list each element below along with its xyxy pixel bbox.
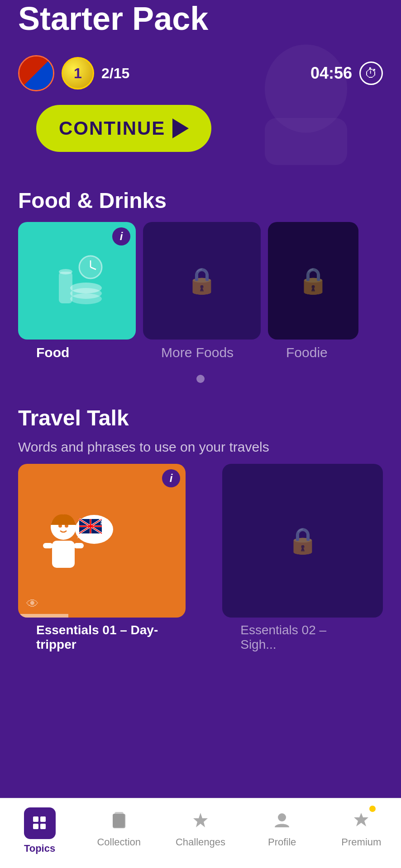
header-left: 1 2/15 — [18, 55, 129, 91]
travel-section-subtitle: Words and phrases to use on your travels — [0, 439, 401, 464]
nav-item-challenges[interactable]: Challenges — [176, 807, 225, 848]
travel-illustration: ? — [27, 500, 118, 599]
svg-rect-29 — [33, 816, 38, 822]
travel-cards-row: i — [0, 464, 401, 657]
essentials-01-card[interactable]: i — [18, 464, 215, 657]
foodie-card[interactable]: 🔒 Foodie — [268, 222, 358, 366]
more-foods-lock-icon: 🔒 — [186, 266, 218, 296]
more-foods-card[interactable]: 🔒 More Foods — [143, 222, 261, 366]
svg-marker-36 — [193, 813, 208, 827]
svg-point-37 — [278, 813, 286, 821]
profile-icon — [269, 807, 295, 833]
essentials-01-label: Essentials 01 – Day-tripper — [18, 618, 215, 657]
svg-point-7 — [59, 269, 72, 274]
bottom-nav: Topics Collection Challenges Pro — [0, 798, 401, 868]
avatar[interactable] — [18, 55, 54, 91]
header: 1 2/15 04:56 ⏱ — [0, 42, 401, 100]
food-section-title: Food & Drinks — [0, 175, 401, 222]
page-title: Starter Pack — [0, 0, 401, 37]
travel-section-title: Travel Talk — [0, 392, 401, 439]
topics-icon — [24, 807, 56, 839]
essentials-02-card[interactable]: 🔒 Essentials 02 – Sigh... — [222, 464, 383, 657]
nav-item-profile[interactable]: Profile — [259, 807, 305, 848]
food-drinks-section: Food & Drinks i — [0, 175, 401, 392]
essentials-01-progress — [18, 614, 68, 618]
svg-rect-16 — [74, 543, 84, 548]
svg-rect-32 — [40, 824, 46, 829]
continue-button[interactable]: CONTINUE — [36, 105, 211, 152]
nav-item-collection[interactable]: Collection — [96, 807, 142, 848]
essentials-01-info-badge[interactable]: i — [162, 469, 180, 487]
svg-rect-15 — [43, 543, 53, 548]
premium-label: Premium — [341, 836, 381, 848]
svg-text:?: ? — [99, 516, 104, 526]
carousel-dot-indicator — [0, 366, 401, 392]
svg-rect-14 — [52, 541, 75, 568]
nav-item-topics[interactable]: Topics — [17, 807, 62, 854]
svg-marker-38 — [354, 813, 368, 826]
essentials-02-lock-icon: 🔒 — [287, 526, 319, 556]
premium-icon-wrapper — [348, 807, 374, 833]
food-cards-row: i — [0, 222, 401, 366]
topics-label: Topics — [24, 843, 55, 854]
food-card-image: i — [18, 222, 136, 340]
play-icon — [172, 118, 189, 138]
nav-item-premium[interactable]: Premium — [339, 807, 384, 848]
essentials-01-image: i — [18, 464, 186, 618]
carousel-dot — [196, 375, 205, 383]
svg-rect-6 — [59, 272, 72, 303]
food-info-badge[interactable]: i — [112, 227, 130, 245]
collection-label: Collection — [97, 836, 141, 848]
streak-count: 2/15 — [101, 65, 129, 82]
level-badge: 1 — [62, 57, 94, 90]
foodie-card-image: 🔒 — [268, 222, 358, 340]
essentials-02-label: Essentials 02 – Sigh... — [222, 618, 383, 657]
more-foods-card-image: 🔒 — [143, 222, 261, 340]
food-card[interactable]: i — [18, 222, 136, 366]
svg-rect-30 — [33, 824, 38, 829]
svg-rect-31 — [40, 816, 46, 822]
collection-icon — [106, 807, 132, 833]
decoration-ghost — [247, 42, 365, 159]
svg-rect-1 — [265, 118, 347, 165]
food-card-label: Food — [18, 340, 136, 366]
foodie-lock-icon: 🔒 — [297, 266, 329, 296]
essentials-01-eye-icon: 👁 — [26, 596, 39, 611]
travel-talk-section: Travel Talk Words and phrases to use on … — [0, 392, 401, 657]
challenges-label: Challenges — [176, 836, 225, 848]
more-foods-card-label: More Foods — [143, 340, 261, 366]
svg-point-5 — [70, 283, 102, 293]
svg-rect-35 — [113, 814, 124, 827]
challenges-icon — [188, 807, 213, 833]
profile-label: Profile — [268, 836, 296, 848]
premium-notification-dot — [369, 806, 376, 812]
essentials-02-image: 🔒 — [222, 464, 383, 618]
foodie-card-label: Foodie — [268, 340, 358, 366]
